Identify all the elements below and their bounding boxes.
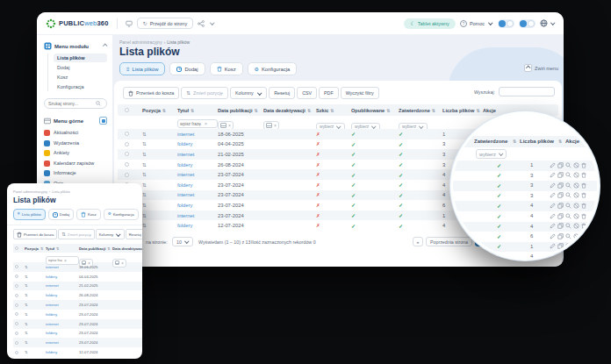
chevron-up-icon[interactable] bbox=[103, 45, 107, 49]
status-badge[interactable]: Tablet aktywny bbox=[404, 18, 455, 29]
row-title-link[interactable]: foldery bbox=[177, 203, 218, 208]
sidebar-item-kosz[interactable]: Kosz bbox=[54, 73, 107, 82]
disable-icon[interactable] bbox=[573, 223, 579, 229]
select-all-radio[interactable] bbox=[125, 108, 129, 112]
konfiguracja-button[interactable]: Konfiguracja bbox=[248, 62, 298, 75]
go-to-site-button[interactable]: Przejdź do strony bbox=[137, 18, 194, 29]
disable-icon[interactable] bbox=[573, 182, 579, 189]
delete-icon[interactable] bbox=[581, 243, 586, 249]
preview-icon[interactable] bbox=[565, 253, 571, 260]
theme-toggle[interactable] bbox=[498, 19, 514, 28]
sort-icon[interactable] bbox=[330, 108, 334, 113]
edit-icon[interactable] bbox=[550, 162, 556, 168]
disable-icon[interactable] bbox=[573, 253, 579, 260]
lista-plików-button[interactable]: Lista plików bbox=[119, 62, 165, 75]
col-tytul[interactable]: Tytuł bbox=[177, 108, 218, 113]
row-radio[interactable] bbox=[15, 341, 18, 345]
row-title-link[interactable]: internet bbox=[177, 172, 218, 177]
sidebar-search-input[interactable] bbox=[48, 101, 96, 106]
copy-icon[interactable] bbox=[557, 223, 564, 229]
col-data-publikacji[interactable]: Data publikacji bbox=[79, 246, 112, 251]
top-menu-item-aktualności[interactable]: Aktualności bbox=[44, 128, 107, 139]
konfiguracja-button[interactable]: Konfiguracja bbox=[104, 209, 139, 220]
position-handle[interactable] bbox=[142, 182, 177, 188]
preview-icon[interactable] bbox=[565, 172, 571, 178]
table-row[interactable]: internet21-02-2025 bbox=[13, 282, 142, 291]
sidebar-item-lista-plików[interactable]: Lista plików bbox=[54, 54, 107, 62]
copy-icon[interactable] bbox=[557, 213, 564, 219]
position-handle[interactable] bbox=[25, 303, 46, 307]
table-row[interactable]: internet23-07-2024 bbox=[13, 319, 142, 329]
date-filter[interactable] bbox=[112, 259, 126, 268]
row-title-link[interactable]: internet bbox=[46, 322, 79, 326]
row-radio[interactable] bbox=[125, 142, 129, 146]
disable-icon[interactable] bbox=[573, 213, 579, 219]
language-menu[interactable] bbox=[540, 19, 556, 27]
przenieś-do-kosza-button[interactable]: Przenieś do kosza bbox=[13, 229, 57, 239]
position-handle[interactable] bbox=[25, 322, 46, 326]
table-row[interactable]: foldery23-07-2024 bbox=[13, 329, 142, 339]
position-handle[interactable] bbox=[142, 223, 177, 228]
preview-icon[interactable] bbox=[565, 192, 571, 198]
resetuj-button[interactable]: Resetuj bbox=[269, 87, 295, 99]
row-title-link[interactable]: internet bbox=[46, 265, 79, 269]
position-handle[interactable] bbox=[25, 283, 46, 288]
delete-icon[interactable] bbox=[581, 162, 586, 168]
position-handle[interactable] bbox=[142, 132, 177, 137]
position-handle[interactable] bbox=[25, 265, 46, 269]
disable-icon[interactable] bbox=[573, 192, 579, 198]
position-handle[interactable] bbox=[142, 192, 177, 197]
clear-icon[interactable] bbox=[64, 258, 67, 263]
dodaj-button[interactable]: +Dodaj bbox=[48, 209, 74, 220]
kolumny-button[interactable]: Kolumny bbox=[230, 87, 267, 99]
row-radio[interactable] bbox=[15, 275, 18, 278]
sidebar-item-dodaj[interactable]: Dodaj bbox=[54, 63, 107, 72]
copy-icon[interactable] bbox=[557, 192, 564, 198]
kosz-button[interactable]: Kosz bbox=[210, 62, 243, 75]
sort-icon[interactable] bbox=[386, 108, 390, 113]
sort-icon[interactable] bbox=[162, 108, 166, 113]
row-title-link[interactable]: internet bbox=[177, 213, 218, 218]
top-menu-item-ankiety[interactable]: Ankiety bbox=[44, 148, 107, 159]
col-data-publikacji[interactable]: Data publikacji bbox=[218, 108, 263, 113]
zmień-pozycję-button[interactable]: Zmień pozycję bbox=[58, 229, 95, 239]
preview-icon[interactable] bbox=[565, 233, 571, 239]
pdf-button[interactable]: PDF bbox=[319, 87, 339, 99]
disable-icon[interactable] bbox=[573, 243, 579, 249]
row-radio[interactable] bbox=[125, 132, 129, 136]
clear-icon[interactable] bbox=[274, 123, 277, 128]
copy-icon[interactable] bbox=[557, 233, 564, 239]
row-radio[interactable] bbox=[15, 294, 18, 297]
position-handle[interactable] bbox=[142, 141, 177, 146]
resetuj-button[interactable]: Resetuj bbox=[126, 229, 142, 239]
clear-icon[interactable] bbox=[228, 123, 231, 128]
breadcrumb-root[interactable]: Panel administracyjny bbox=[119, 39, 162, 45]
kosz-button[interactable]: Kosz bbox=[76, 209, 101, 220]
edit-icon[interactable] bbox=[550, 233, 556, 239]
col-data-dezaktywacji[interactable]: Data dezaktywacji bbox=[112, 246, 142, 251]
preview-icon[interactable] bbox=[565, 203, 571, 209]
wyczyść-filtry-button[interactable]: Wyczyść filtry bbox=[341, 87, 379, 99]
row-title-link[interactable]: foldery bbox=[177, 141, 218, 146]
position-handle[interactable] bbox=[142, 152, 177, 157]
delete-icon[interactable] bbox=[581, 223, 586, 229]
position-handle[interactable] bbox=[25, 312, 46, 317]
row-title-link[interactable]: foldery bbox=[46, 275, 79, 279]
row-radio[interactable] bbox=[15, 322, 18, 325]
row-radio[interactable] bbox=[15, 312, 18, 316]
sort-icon[interactable] bbox=[254, 108, 257, 113]
table-row[interactable]: foldery26-08-2024 bbox=[13, 290, 142, 300]
title-filter[interactable] bbox=[46, 256, 79, 265]
row-title-link[interactable]: internet bbox=[46, 283, 79, 288]
contrast-toggle[interactable] bbox=[519, 19, 536, 28]
row-title-link[interactable]: foldery bbox=[46, 331, 79, 335]
edit-icon[interactable] bbox=[550, 192, 556, 198]
lista-plików-button[interactable]: Lista plików bbox=[13, 209, 46, 220]
sort-icon[interactable] bbox=[307, 108, 311, 113]
sidebar-item-konfiguracja[interactable]: Konfiguracja bbox=[54, 82, 107, 91]
sort-icon[interactable] bbox=[476, 108, 479, 113]
prev-page-button[interactable]: Poprzednia strona bbox=[426, 237, 472, 246]
delete-icon[interactable] bbox=[581, 203, 586, 209]
table-row[interactable]: foldery04-04-2025 bbox=[13, 272, 142, 282]
dodaj-button[interactable]: +Dodaj bbox=[169, 62, 205, 75]
